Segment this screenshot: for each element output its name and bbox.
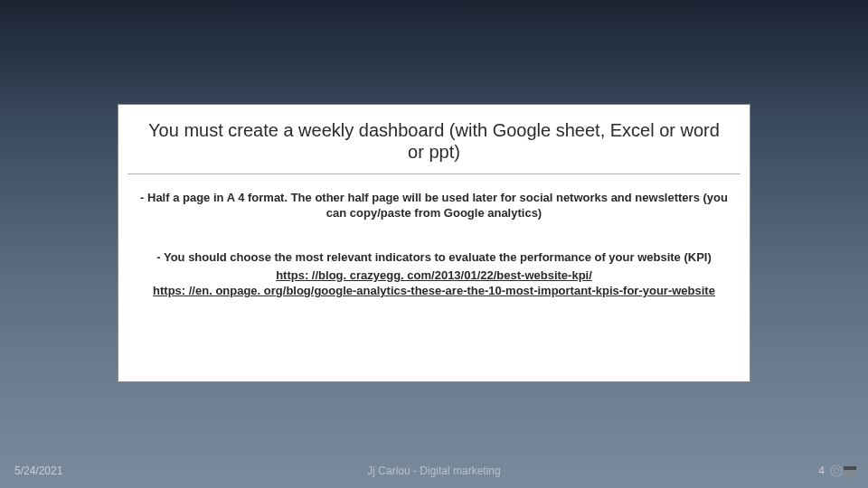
footer-page-number: 4 (818, 465, 825, 477)
svg-rect-4 (844, 474, 856, 476)
slide-title: You must create a weekly dashboard (with… (118, 105, 750, 168)
logo-icon (830, 463, 859, 479)
svg-rect-3 (844, 472, 856, 474)
svg-rect-2 (844, 466, 856, 470)
footer: 5/24/2021 Jj Cariou - Digital marketing … (0, 459, 868, 477)
link-2[interactable]: https: //en. onpage. org/blog/google-ana… (138, 283, 730, 299)
footer-author: Jj Cariou - Digital marketing (0, 465, 868, 477)
content-box: You must create a weekly dashboard (with… (118, 104, 750, 382)
body-section: - Half a page in A 4 format. The other h… (118, 174, 750, 299)
svg-point-1 (834, 468, 839, 474)
link-1[interactable]: https: //blog. crazyegg. com/2013/01/22/… (138, 267, 730, 284)
svg-point-0 (831, 465, 842, 476)
paragraph-2: - You should choose the most relevant in… (138, 250, 730, 266)
paragraph-1: - Half a page in A 4 format. The other h… (138, 191, 730, 221)
